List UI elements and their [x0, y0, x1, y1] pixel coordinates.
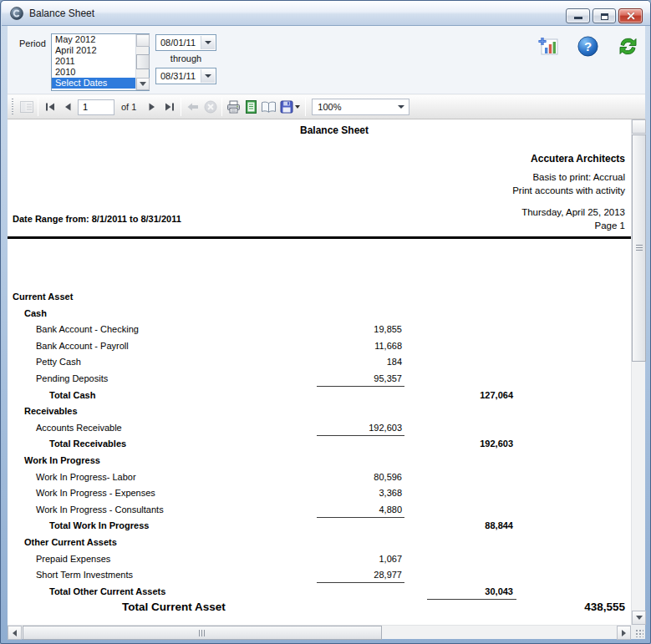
zoom-combo[interactable]: 100%: [312, 99, 409, 115]
page-number-input[interactable]: [78, 99, 114, 115]
scroll-left-icon[interactable]: [8, 626, 22, 640]
table-row: Current Asset: [8, 289, 631, 306]
app-logo-icon[interactable]: [10, 7, 23, 20]
date-from-combo[interactable]: 08/01/11: [155, 34, 216, 51]
period-listbox-items: May 2012April 201220112010Select Dates: [52, 34, 135, 90]
table-row: Petty Cash184: [8, 354, 631, 371]
table-row: Total Other Current Assets30,043: [8, 584, 631, 601]
last-page-button[interactable]: [160, 99, 178, 116]
table-row: Total Cash127,064: [8, 388, 631, 404]
row-label: Work In Progress- Labor: [36, 472, 136, 482]
row-label: Short Term Investments: [36, 570, 133, 580]
page-label: Page 1: [595, 221, 625, 231]
chart-options-button[interactable]: [537, 36, 558, 57]
minimize-button[interactable]: [566, 8, 590, 23]
row-label: Cash: [24, 308, 47, 318]
toolbar-grip[interactable]: [11, 99, 15, 115]
svg-text:?: ?: [584, 39, 592, 53]
row-label: Bank Account - Payroll: [36, 341, 129, 351]
basis-note: Basis to print: Accrual: [532, 172, 625, 182]
parameter-panel: Period May 2012April 201220112010Select …: [8, 26, 645, 94]
row-label: Petty Cash: [36, 357, 81, 367]
zoom-dropdown-button[interactable]: [394, 100, 408, 114]
table-row: Work In Progress - Expenses3,368: [8, 485, 631, 502]
period-listbox-scrollbar[interactable]: [135, 34, 149, 90]
row-value: 127,064: [404, 390, 513, 400]
row-label: Other Current Assets: [24, 537, 117, 547]
scrollbar-thumb[interactable]: [136, 54, 150, 69]
row-label: Pending Deposits: [36, 373, 108, 383]
page-setup-button[interactable]: [242, 99, 260, 116]
chevron-down-icon: [295, 105, 300, 109]
stop-button[interactable]: [201, 99, 219, 116]
row-label: Total Work In Progress: [49, 520, 149, 530]
maximize-button[interactable]: [593, 8, 616, 23]
date-range-label: Date Range from: 8/1/2011 to 8/31/2011: [13, 214, 181, 224]
period-option[interactable]: May 2012: [52, 34, 135, 45]
scroll-up-icon[interactable]: [632, 119, 646, 134]
back-button[interactable]: [184, 99, 201, 116]
next-page-button[interactable]: [143, 99, 160, 116]
minimize-icon: [574, 17, 582, 19]
row-label: Prepaid Expenses: [36, 554, 110, 564]
scroll-right-icon[interactable]: [617, 626, 631, 640]
chevron-down-icon: [398, 105, 404, 109]
row-label: Bank Account - Checking: [36, 324, 139, 334]
date-from-dropdown-button[interactable]: [201, 36, 215, 49]
date-to-combo[interactable]: 08/31/11: [155, 68, 216, 84]
previous-page-icon: [64, 103, 72, 111]
maximize-icon: [601, 13, 608, 20]
row-label: Accounts Receivable: [36, 423, 122, 433]
date-to-dropdown-button[interactable]: [201, 69, 215, 83]
save-export-button[interactable]: [277, 99, 303, 116]
period-listbox[interactable]: May 2012April 201220112010Select Dates: [51, 33, 150, 91]
refresh-icon[interactable]: [618, 36, 638, 57]
row-label: Total Receivables: [49, 439, 126, 449]
resize-grip[interactable]: [631, 625, 645, 639]
report-title: Balance Sheet: [23, 124, 631, 136]
scroll-down-icon[interactable]: [136, 78, 150, 90]
table-row: Work In Progress- Labor80,596: [8, 469, 631, 486]
table-row: Pending Deposits95,357: [8, 371, 631, 388]
period-option[interactable]: 2011: [52, 56, 135, 67]
table-row: Receivables: [8, 403, 631, 420]
vertical-scrollbar[interactable]: [631, 119, 645, 625]
print-note: Print accounts with activity: [512, 185, 625, 195]
period-option[interactable]: Select Dates: [52, 78, 135, 89]
close-button[interactable]: [618, 8, 643, 23]
horizontal-scrollbar[interactable]: [8, 625, 631, 639]
period-option[interactable]: April 2012: [52, 45, 135, 56]
vertical-scrollbar-thumb[interactable]: [632, 134, 646, 362]
row-label: Work In Progress: [24, 455, 100, 465]
print-button[interactable]: [225, 99, 242, 116]
report-parameters-button[interactable]: [18, 99, 35, 116]
period-option[interactable]: 2010: [52, 67, 135, 78]
table-row: Short Term Investments28,977: [8, 567, 631, 584]
help-icon[interactable]: ?: [577, 36, 598, 57]
chevron-down-icon: [205, 41, 211, 44]
balance-sheet-window: Balance Sheet Period May 2012April 20122…: [0, 0, 651, 644]
first-page-icon: [45, 103, 55, 111]
scroll-up-icon[interactable]: [136, 34, 150, 47]
row-label: Receivables: [24, 406, 78, 416]
row-value: 192,603: [404, 439, 513, 449]
horizontal-scrollbar-thumb[interactable]: [23, 626, 382, 640]
toolbar-separator: [38, 98, 38, 116]
scroll-down-icon[interactable]: [632, 611, 646, 625]
date-to-value: 08/31/11: [160, 71, 196, 81]
print-layout-button[interactable]: [260, 99, 277, 116]
row-value: 184: [293, 357, 402, 367]
first-page-button[interactable]: [41, 99, 58, 116]
last-page-icon: [165, 103, 175, 111]
previous-page-button[interactable]: [58, 99, 76, 116]
table-row: Other Current Assets: [8, 535, 631, 551]
next-page-icon: [148, 103, 156, 111]
toolbar-separator: [305, 98, 306, 116]
printer-icon: [226, 100, 241, 114]
back-arrow-icon: [187, 103, 199, 111]
company-name: Accutera Architects: [531, 153, 625, 165]
table-row: Prepaid Expenses1,067: [8, 551, 631, 568]
table-row: Total Current Asset438,555: [8, 600, 631, 616]
toolbar-separator: [181, 98, 181, 116]
through-label: through: [155, 53, 216, 63]
